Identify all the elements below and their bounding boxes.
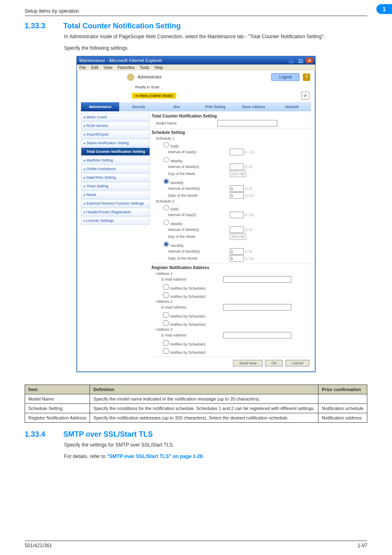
s1-dow-select[interactable]: Mon <box>230 170 246 177</box>
section1-para2: Specify the following settings. <box>64 44 367 52</box>
addr3-nb2-check[interactable] <box>163 348 168 354</box>
sidebar-item-reset[interactable]: Reset <box>81 191 150 199</box>
chapter-badge: 1 <box>376 4 392 14</box>
status-mode: In Menu (Admin Mode) <box>132 93 176 99</box>
s2-intmonth-suffix: (1-6) <box>244 249 252 253</box>
addr1-nb2-check[interactable] <box>163 292 168 298</box>
tab-print-setting[interactable]: Print Setting <box>196 102 234 111</box>
section2-para2-prefix: For details, refer to <box>64 454 107 459</box>
addr1-label: Address 1 <box>152 272 217 276</box>
admin-user: Administrator <box>138 75 162 79</box>
s1-intweek-input[interactable] <box>230 164 244 170</box>
addr2-email-input[interactable] <box>223 304 291 311</box>
tab-box[interactable]: Box <box>158 102 196 111</box>
addr2-nb2-check[interactable] <box>163 320 168 326</box>
s2-daily-radio[interactable] <box>164 205 169 210</box>
sidebar-item-rom[interactable]: ROM Version <box>81 122 150 130</box>
s2-monthly-radio[interactable] <box>164 242 169 247</box>
addr3-nb1-check[interactable] <box>163 340 168 345</box>
section2-link[interactable]: "SMTP over SSL/Start TLS" on page 1-28 <box>107 454 203 459</box>
sidebar-item-total-counter[interactable]: Total Counter Notification Setting <box>81 147 150 156</box>
status-ready: Ready to Scan <box>132 84 163 90</box>
addr1-nb2: Notifies by Schedule2 <box>170 295 206 299</box>
send-now-button[interactable]: Send Now <box>233 360 263 366</box>
sidebar-item-timer[interactable]: Timer Setting <box>81 182 150 190</box>
menu-favorites[interactable]: Favorites <box>118 65 134 70</box>
addr2-nb2: Notifies by Schedule2 <box>170 322 206 327</box>
s2-dow-label: Day of the Week <box>152 235 230 239</box>
sidebar-item-extmem[interactable]: External Memory Function Settings <box>81 199 150 207</box>
refresh-icon[interactable]: ⟳ <box>301 92 309 100</box>
s1-intmonth-suffix: (1-6) <box>244 187 252 191</box>
sidebar-item-meter[interactable]: Meter Count <box>81 113 150 121</box>
model-name-label: Model Name <box>152 121 217 125</box>
footer-left: 501/421/361 <box>25 543 52 548</box>
section-heading-1: 1.33.3 Total Counter Notification Settin… <box>25 22 367 30</box>
menu-file[interactable]: File <box>79 65 86 70</box>
addr1-email-label: E-mail Address <box>152 277 223 281</box>
addr2-label: Address 2 <box>152 299 217 304</box>
tab-maintenance[interactable]: Maintenance <box>81 102 119 111</box>
sidebar-item-machine[interactable]: Machine Setting <box>81 156 150 164</box>
sidebar-item-datetime[interactable]: Date/Time Setting <box>81 173 150 182</box>
sidebar-item-status-notif[interactable]: Status Notification Setting <box>81 139 150 147</box>
s1-monthly-radio[interactable] <box>164 179 169 184</box>
schedule-heading: Schedule Setting <box>152 130 311 135</box>
section1-para1: In Administrator mode of PageScope Web C… <box>64 33 367 40</box>
sidebar-item-online[interactable]: Online Assistance <box>81 165 150 173</box>
s2-intweek-input[interactable] <box>230 226 244 233</box>
running-header: Setup items by operation <box>25 8 79 14</box>
s1-intweek-suffix: (1-5) <box>244 165 252 169</box>
sidebar-item-license[interactable]: License Settings <box>81 216 150 225</box>
footer-right: 1-97 <box>357 543 367 548</box>
s2-intday-input[interactable] <box>230 212 244 218</box>
reg-addr-heading: Register Notification Address <box>152 265 311 270</box>
addr1-email-input[interactable] <box>223 276 291 283</box>
s1-intday-suffix: (1-31) <box>244 150 254 154</box>
s1-weekly: Weekly <box>171 159 182 163</box>
s2-intday-suffix: (1-31) <box>244 213 254 217</box>
tab-store-address[interactable]: Store Address <box>234 102 272 111</box>
menu-help[interactable]: Help <box>154 65 163 70</box>
s1-dom-label: Date of the Month <box>152 193 230 198</box>
cancel-button[interactable]: Cancel <box>286 360 309 366</box>
s1-weekly-radio[interactable] <box>164 157 169 162</box>
s2-weekly-radio[interactable] <box>164 220 169 225</box>
s1-daily: Daily <box>171 144 179 148</box>
sidebar-item-import[interactable]: Import/Export <box>81 130 150 138</box>
s1-dom-input[interactable] <box>230 192 244 199</box>
ie-titlebar[interactable]: Maintenance - Microsoft Internet Explore… <box>77 56 315 64</box>
section-title-1: Total Counter Notification Setting <box>63 22 181 30</box>
s2-intmonth-input[interactable] <box>230 248 244 255</box>
tab-network[interactable]: Network <box>273 102 311 111</box>
s1-intmonth-input[interactable] <box>230 185 244 192</box>
close-icon[interactable]: ✕ <box>306 58 313 63</box>
s1-dow-label: Day of the Week <box>152 172 230 176</box>
s1-daily-radio[interactable] <box>164 142 169 147</box>
menu-view[interactable]: View <box>104 65 113 70</box>
sidebar-item-headerfooter[interactable]: Header/Footer Registration <box>81 208 150 216</box>
s1-intday-label: Interval of Day(s) <box>152 150 230 154</box>
logout-button[interactable]: Logout <box>271 73 300 81</box>
s2-dom-input[interactable] <box>230 255 244 262</box>
addr2-email-label: E-mail Address <box>152 305 223 309</box>
help-icon[interactable]: ? <box>303 74 310 81</box>
s1-intweek-label: Interval of Week(s) <box>152 165 230 169</box>
maximize-icon[interactable]: ▢ <box>297 58 304 63</box>
ok-button[interactable]: OK <box>265 360 283 366</box>
s2-intweek-suffix: (1-5) <box>244 228 252 232</box>
addr1-nb1-check[interactable] <box>163 284 168 290</box>
ie-menubar[interactable]: File Edit View Favorites Tools Help <box>77 64 315 71</box>
addr2-nb1-check[interactable] <box>163 312 168 318</box>
tab-security[interactable]: Security <box>119 102 157 111</box>
sched2-label: Schedule 2 <box>152 199 217 203</box>
minimize-icon[interactable]: _ <box>288 58 295 63</box>
s1-intday-input[interactable] <box>230 149 244 155</box>
addr3-email-input[interactable] <box>223 332 291 339</box>
model-name-input[interactable] <box>217 120 277 127</box>
menu-tools[interactable]: Tools <box>140 65 149 70</box>
section2-para1: Specify the settings for SMTP over SSL/S… <box>64 441 367 449</box>
tabbar: Maintenance Security Box Print Setting S… <box>81 102 311 111</box>
menu-edit[interactable]: Edit <box>91 65 98 70</box>
s2-dow-select[interactable]: Mon <box>230 233 246 240</box>
